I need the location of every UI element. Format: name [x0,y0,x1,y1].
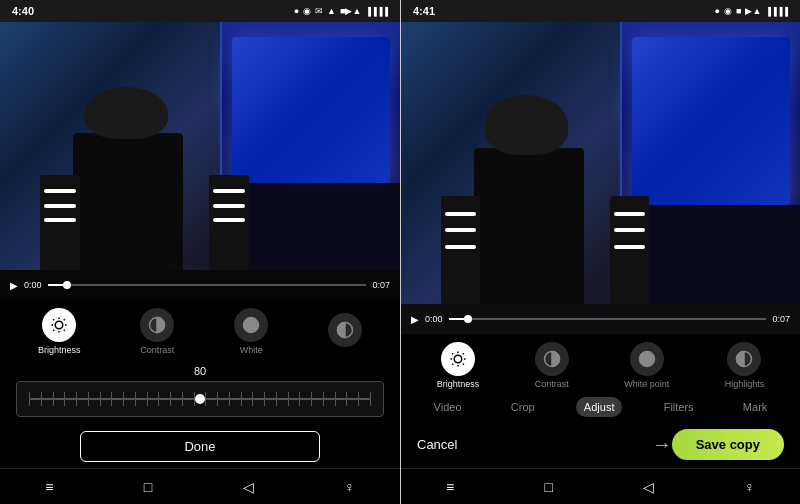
svg-point-0 [55,321,63,329]
time-end-1: 0:07 [372,280,390,290]
video-area-2: ▶ 0:00 0:07 [401,22,800,334]
contrast-label-1: Contrast [140,345,174,355]
slider-thumb[interactable] [195,394,205,404]
status-icons-1: ● ◉ ✉ ▲ ■▶▲ ▐▐▐▐ [294,6,388,16]
person-leg-left-2 [441,196,480,304]
play-button-1[interactable]: ▶ [10,280,18,291]
app-container: 4:40 ● ◉ ✉ ▲ ■▶▲ ▐▐▐▐ [0,0,800,504]
whitepoint-label-1: White [240,345,263,355]
tool-highlights-2[interactable]: Highlights [725,342,765,389]
slider-container[interactable] [16,381,384,417]
tool-brightness-1[interactable]: Brightness [38,308,81,355]
brightness-section: 80 [0,359,400,425]
video-area-1: ▶ 0:00 0:07 [0,22,400,300]
svg-point-6 [639,352,654,367]
nav-home-icon-2[interactable]: □ [544,479,552,495]
nav-menu-icon[interactable]: ≡ [45,479,53,495]
tool-brightness-2[interactable]: Brightness [437,342,480,389]
contrast-icon-1 [140,308,174,342]
tool-whitepoint-2[interactable]: White point [624,342,669,389]
whitepoint-icon-2 [630,342,664,376]
brightness-icon-1 [42,308,76,342]
status-icons-2: ● ◉ ■ ▶▲ ▐▐▐▐ [715,6,788,16]
nav-menu-icon-2[interactable]: ≡ [446,479,454,495]
person-head-2 [485,95,568,155]
video-controls-1: ▶ 0:00 0:07 [0,270,400,300]
brightness-value: 80 [16,365,384,377]
person-area [40,59,260,270]
tool-contrast-1[interactable]: Contrast [140,308,174,355]
progress-fill-1 [48,284,64,286]
video-bg-2 [401,22,800,304]
svg-point-2 [244,318,259,333]
progress-bar-2[interactable] [449,318,767,320]
nav-user-icon[interactable]: ♀ [344,479,355,495]
tab-markup[interactable]: Mark [735,397,775,417]
brightness-label-1: Brightness [38,345,81,355]
cancel-button[interactable]: Cancel [417,437,457,452]
tool-contrast-2[interactable]: Contrast [535,342,569,389]
highlights-icon-1 [328,313,362,347]
person-body [73,133,183,270]
status-bar-2: 4:41 ● ◉ ■ ▶▲ ▐▐▐▐ [401,0,800,22]
status-bar-1: 4:40 ● ◉ ✉ ▲ ■▶▲ ▐▐▐▐ [0,0,400,22]
tools-row-2: Brightness Contrast [401,334,800,393]
person-area-2 [441,64,660,304]
video-controls-2: ▶ 0:00 0:07 [401,304,800,334]
status-time-1: 4:40 [12,5,34,17]
person-leg-right [209,175,249,270]
video-bg [0,22,400,270]
bottom-panel-1: Brightness Contrast [0,300,400,504]
progress-dot-2 [464,315,472,323]
whitepoint-label-2: White point [624,379,669,389]
person-body-2 [474,148,584,304]
time-start-1: 0:00 [24,280,42,290]
tab-crop[interactable]: Crop [503,397,543,417]
brightness-label-2: Brightness [437,379,480,389]
svg-point-4 [454,355,462,363]
progress-fill-2 [449,318,465,320]
slider-track[interactable] [29,398,371,400]
done-button[interactable]: Done [80,431,320,462]
contrast-icon-2 [535,342,569,376]
tab-filters[interactable]: Filters [656,397,702,417]
done-btn-row: Done [0,425,400,468]
brightness-icon-2 [441,342,475,376]
play-button-2[interactable]: ▶ [411,314,419,325]
person-head [84,87,168,140]
tools-row-1: Brightness Contrast [0,300,400,359]
tab-row: Video Crop Adjust Filters Mark [401,393,800,421]
progress-bar-1[interactable] [48,284,367,286]
whitepoint-icon-1 [234,308,268,342]
nav-back-icon[interactable]: ◁ [243,479,254,495]
tool-highlights-1[interactable] [328,313,362,350]
save-arrow-icon: → [652,433,672,456]
contrast-label-2: Contrast [535,379,569,389]
nav-bar-2: ≡ □ ◁ ♀ [401,468,800,504]
save-copy-button[interactable]: Save copy [672,429,784,460]
nav-back-icon-2[interactable]: ◁ [643,479,654,495]
nav-bar-1: ≡ □ ◁ ♀ [0,468,400,504]
status-time-2: 4:41 [413,5,435,17]
bottom-panel-2: Brightness Contrast [401,334,800,504]
time-start-2: 0:00 [425,314,443,324]
person-leg-left [40,175,80,270]
nav-home-icon[interactable]: □ [144,479,152,495]
bottom-actions: Cancel → Save copy [401,421,800,468]
tab-video[interactable]: Video [426,397,470,417]
save-copy-area: → Save copy [652,429,784,460]
tab-adjust[interactable]: Adjust [576,397,623,417]
progress-dot-1 [63,281,71,289]
tool-whitepoint-1[interactable]: White [234,308,268,355]
phone-screen-1: 4:40 ● ◉ ✉ ▲ ■▶▲ ▐▐▐▐ [0,0,400,504]
highlights-icon-2 [727,342,761,376]
person-leg-right-2 [610,196,649,304]
phone-screen-2: 4:41 ● ◉ ■ ▶▲ ▐▐▐▐ [400,0,800,504]
time-end-2: 0:07 [772,314,790,324]
highlights-label-2: Highlights [725,379,765,389]
nav-user-icon-2[interactable]: ♀ [744,479,755,495]
